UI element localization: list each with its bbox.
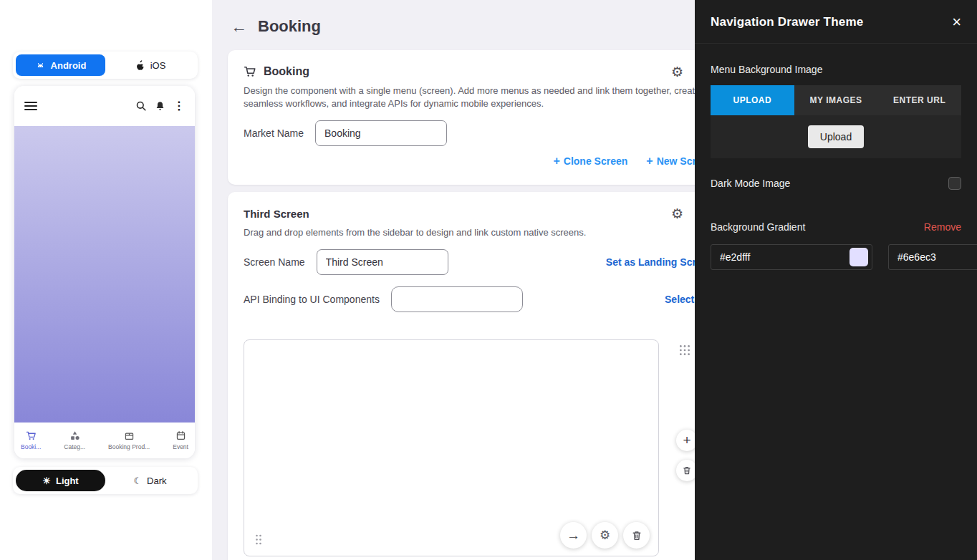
light-theme-label: Light (56, 475, 79, 486)
third-screen-card: Third Screen ⚙ Drag and drop elements fr… (228, 192, 729, 560)
tab-enter-url[interactable]: ENTER URL (877, 85, 961, 115)
page-title: Booking (258, 17, 321, 36)
category-icon (69, 430, 80, 441)
bell-icon[interactable] (155, 100, 165, 112)
gear-icon[interactable]: ⚙ (671, 65, 683, 79)
nav-item-booking[interactable]: Booki... (21, 430, 41, 450)
settings-button[interactable]: ⚙ (592, 522, 618, 549)
gear-icon: ⚙ (600, 529, 610, 541)
ios-toggle-label: iOS (150, 60, 166, 71)
api-binding-label: API Binding to UI Components (244, 294, 380, 305)
upload-button[interactable]: Upload (808, 125, 864, 148)
plus-icon: + (553, 155, 559, 168)
plus-icon: + (646, 155, 653, 168)
search-icon[interactable] (135, 100, 147, 112)
screen-name-label: Screen Name (244, 256, 305, 268)
ios-toggle-button[interactable]: iOS (105, 54, 195, 76)
page-header: ← Booking (231, 17, 321, 36)
moon-icon: ☾ (133, 476, 142, 486)
cart-icon (26, 430, 37, 441)
panel-title: Navigation Drawer Theme (711, 15, 863, 29)
nav-item-event[interactable]: Event (173, 430, 188, 450)
phone-bottom-nav: Booki... Categ... Book (14, 423, 195, 458)
screen-canvas-dropzone[interactable]: → ⚙ (244, 339, 659, 556)
gradient-color-inputs (695, 244, 977, 270)
back-arrow-icon[interactable]: ← (231, 19, 247, 35)
market-name-label: Market Name (244, 127, 304, 139)
dark-theme-button[interactable]: ☾ Dark (105, 470, 195, 491)
theme-toggle: ☀ Light ☾ Dark (13, 467, 198, 494)
platform-toggle: Android iOS (13, 52, 198, 79)
phone-screen-gradient[interactable] (14, 126, 195, 423)
nav-label: Categ... (64, 443, 85, 450)
phone-top-bar: ⋮ (14, 86, 195, 126)
gear-icon[interactable]: ⚙ (671, 207, 683, 221)
clone-screen-link[interactable]: + Clone Screen (553, 155, 627, 168)
dark-theme-label: Dark (147, 475, 166, 486)
screen-name-input[interactable] (317, 249, 448, 275)
gradient-color-1-swatch[interactable] (850, 248, 868, 266)
trash-icon (631, 530, 642, 541)
booking-component-card: Booking ⚙ Design the component with a si… (228, 50, 729, 185)
screen-title: Third Screen (244, 208, 309, 220)
hamburger-menu-icon[interactable] (24, 101, 37, 111)
kebab-menu-icon[interactable]: ⋮ (173, 100, 185, 112)
calendar-icon (175, 430, 186, 441)
navigation-drawer-theme-panel: Navigation Drawer Theme × Menu Backgroun… (695, 0, 977, 560)
phone-preview: ⋮ Booki... (14, 86, 195, 458)
navigate-button[interactable]: → (560, 522, 587, 549)
dark-mode-image-label: Dark Mode Image (711, 178, 790, 189)
component-description: Design the component with a single menu … (244, 85, 703, 110)
android-toggle-button[interactable]: Android (16, 54, 105, 76)
menu-background-image-label: Menu Background Image (695, 64, 977, 75)
component-title: Booking (264, 65, 309, 78)
drag-handle-icon[interactable] (678, 344, 691, 357)
delete-button[interactable] (623, 522, 650, 549)
android-toggle-label: Android (51, 60, 87, 71)
tab-my-images[interactable]: MY IMAGES (794, 85, 878, 115)
app-builder-screen: Android iOS (0, 0, 977, 560)
cart-icon (244, 65, 256, 78)
apple-icon (135, 59, 145, 71)
light-theme-button[interactable]: ☀ Light (16, 470, 105, 491)
nav-label: Event (173, 443, 188, 450)
nav-label: Booki... (21, 443, 41, 450)
dark-mode-checkbox[interactable] (948, 177, 961, 190)
api-binding-input[interactable] (391, 286, 523, 312)
plus-icon: + (683, 433, 690, 448)
nav-item-booking-products[interactable]: Booking Prod... (108, 430, 150, 450)
gradient-color-1-input[interactable] (720, 251, 850, 263)
background-gradient-label: Background Gradient (711, 221, 805, 233)
remove-gradient-link[interactable]: Remove (924, 221, 961, 233)
gradient-color-2-input[interactable] (897, 251, 977, 263)
screen-description: Drag and drop elements from the sidebar … (244, 226, 703, 239)
preview-sidebar: Android iOS (0, 0, 212, 560)
tab-upload[interactable]: UPLOAD (711, 85, 794, 115)
close-icon[interactable]: × (952, 14, 961, 30)
upload-area: Upload (711, 115, 961, 158)
product-box-icon (124, 430, 135, 441)
market-name-input[interactable] (315, 120, 447, 146)
sun-icon: ☀ (42, 476, 51, 486)
nav-label: Booking Prod... (108, 443, 150, 450)
trash-icon (682, 465, 692, 475)
arrow-right-icon: → (567, 528, 580, 542)
gradient-color-1 (711, 244, 872, 270)
nav-item-categories[interactable]: Categ... (64, 430, 85, 450)
android-icon (35, 60, 46, 71)
image-source-tabs: UPLOAD MY IMAGES ENTER URL (711, 85, 961, 115)
gradient-color-2 (888, 244, 977, 270)
drag-handle-icon[interactable] (254, 534, 263, 546)
